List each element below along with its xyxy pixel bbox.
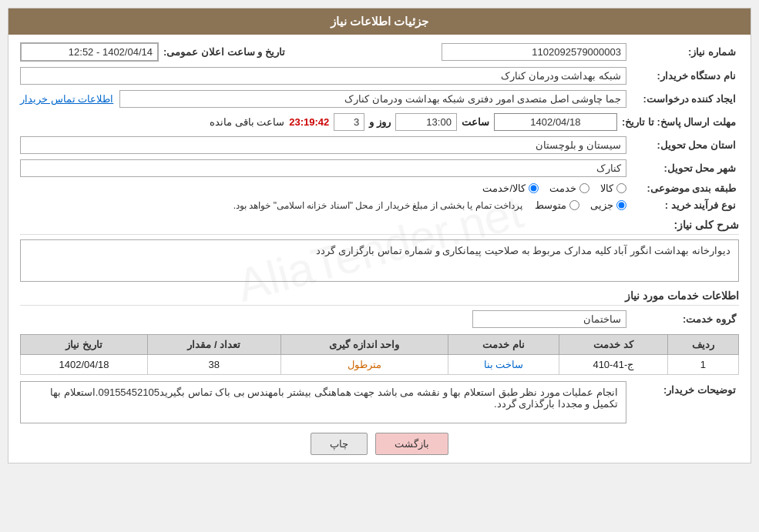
deadline-date: 1402/04/18 <box>494 113 617 131</box>
col-header-unit: واحد اندازه گیری <box>280 335 448 355</box>
buyer-notes-value: انجام عملیات مورد نظر طبق استعلام بها و … <box>20 381 626 423</box>
city-label: شهر محل تحویل: <box>631 162 739 174</box>
deadline-remaining: 23:19:42 <box>289 116 329 128</box>
process-label-motavaset: متوسط <box>535 199 566 211</box>
process-radio-group: جزیی متوسط <box>535 199 626 211</box>
cell-date: 1402/04/18 <box>21 355 148 375</box>
deadline-remaining-label: ساعت باقی مانده <box>210 116 284 128</box>
buyer-org-label: نام دستگاه خریدار: <box>631 70 739 82</box>
category-label: طبقه بندی موضوعی: <box>631 182 739 194</box>
services-table: ردیف کد خدمت نام خدمت واحد اندازه گیری ت… <box>20 334 739 375</box>
response-deadline-label: مهلت ارسال پاسخ: تا تاریخ: <box>622 116 739 128</box>
category-option-kala[interactable]: کالا <box>600 182 626 194</box>
col-header-date: تاریخ نیاز <box>21 335 148 355</box>
category-label-kala: کالا <box>600 182 613 194</box>
description-section-title: شرح کلی نیاز: <box>20 219 739 235</box>
category-label-kala-khedmat: کالا/خدمت <box>482 182 526 194</box>
process-label-jozi: جزیی <box>590 199 613 211</box>
table-row: 1 ج-41-410 ساخت بنا مترطول 38 1402/04/18 <box>21 355 739 375</box>
back-button[interactable]: بازگشت <box>375 433 448 455</box>
category-radio-kala[interactable] <box>616 183 626 193</box>
announce-date-value: 1402/04/14 - 12:52 <box>20 42 159 62</box>
category-label-khedmat: خدمت <box>549 182 576 194</box>
category-option-khedmat[interactable]: خدمت <box>549 182 589 194</box>
province-label: استان محل تحویل: <box>631 139 739 151</box>
process-option-jozi[interactable]: جزیی <box>590 199 626 211</box>
city-value: کنارک <box>20 159 626 177</box>
creator-label: ایجاد کننده درخواست: <box>631 93 739 105</box>
service-group-value: ساختمان <box>472 310 626 328</box>
deadline-days-label: روز و <box>369 116 391 128</box>
creator-value: جما چاوشی اصل متصدی امور دفتری شبکه بهدا… <box>119 90 626 108</box>
category-radio-khedmat[interactable] <box>579 183 589 193</box>
announce-date-label: تاریخ و ساعت اعلان عمومی: <box>163 46 288 58</box>
col-header-service-name: نام خدمت <box>448 335 559 355</box>
buyer-notes-label: توضیحات خریدار: <box>631 381 739 396</box>
button-row: بازگشت چاپ <box>20 433 739 455</box>
buyer-org-value: شبکه بهداشت ودرمان کنارک <box>20 67 626 85</box>
province-value: سیستان و بلوچستان <box>20 136 626 154</box>
col-header-row-num: ردیف <box>667 335 738 355</box>
process-radio-jozi[interactable] <box>616 200 626 210</box>
category-radio-group: کالا خدمت کالا/خدمت <box>482 182 626 194</box>
cell-count: 38 <box>148 355 281 375</box>
category-option-kala-khedmat[interactable]: کالا/خدمت <box>482 182 539 194</box>
print-button[interactable]: چاپ <box>311 433 368 455</box>
cell-service-name: ساخت بنا <box>448 355 559 375</box>
services-section-title: اطلاعات خدمات مورد نیاز <box>20 289 739 306</box>
process-label: نوع فرآیند خرید : <box>631 199 739 211</box>
col-header-service-code: کد خدمت <box>559 335 667 355</box>
process-radio-motavaset[interactable] <box>569 200 579 210</box>
deadline-time: 13:00 <box>395 113 457 131</box>
deadline-days: 3 <box>334 113 364 131</box>
category-radio-kala-khedmat[interactable] <box>529 183 539 193</box>
need-number-value: 1102092579000003 <box>442 43 626 61</box>
col-header-count: تعداد / مقدار <box>148 335 281 355</box>
cell-service-code: ج-41-410 <box>559 355 667 375</box>
cell-row-num: 1 <box>667 355 738 375</box>
creator-contact-link[interactable]: اطلاعات تماس خریدار <box>20 93 113 105</box>
deadline-time-label: ساعت <box>462 116 489 128</box>
description-value: دیوارخانه بهداشت انگور آباد کلیه مدارک م… <box>20 239 739 282</box>
process-note: پرداخت تمام یا بخشی از مبلغ خریدار از مح… <box>233 200 522 211</box>
need-number-label: شماره نیاز: <box>631 46 739 58</box>
cell-unit: مترطول <box>280 355 448 375</box>
service-group-label: گروه خدمت: <box>631 313 739 325</box>
panel-title: جزئیات اطلاعات نیاز <box>8 8 751 35</box>
process-option-motavaset[interactable]: متوسط <box>535 199 579 211</box>
